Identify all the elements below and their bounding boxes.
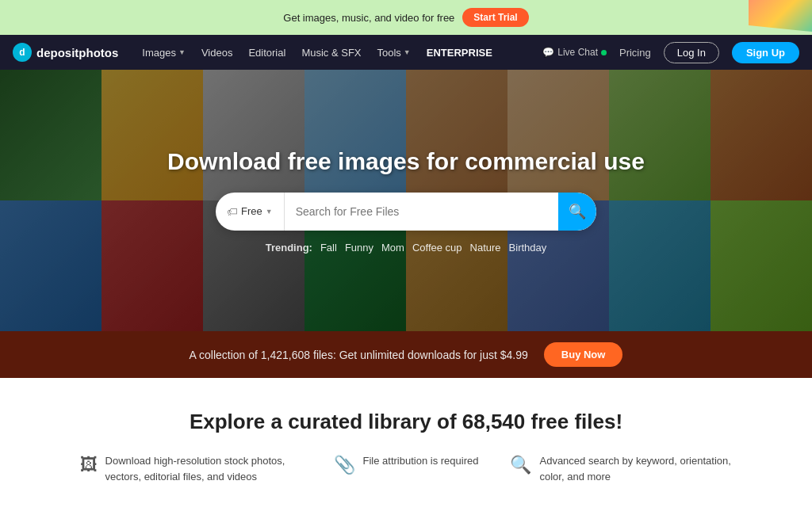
feature-text-1: Download high-resolution stock photos, v… — [105, 453, 302, 484]
buy-now-button[interactable]: Buy Now — [544, 342, 623, 367]
trending-bar: Trending: Fall Funny Mom Coffee cup Natu… — [266, 242, 547, 254]
nav-tools-label: Tools — [377, 47, 401, 59]
nav-item-enterprise[interactable]: ENTERPRISE — [427, 47, 492, 59]
nav-editorial-label: Editorial — [248, 47, 285, 59]
nav-item-images[interactable]: Images ▼ — [142, 47, 186, 59]
feature-text-3: Advanced search by keyword, orientation,… — [539, 453, 732, 484]
nav-images-label: Images — [142, 47, 176, 59]
feature-icon-2: 📎 — [334, 455, 355, 475]
search-filter-dropdown[interactable]: 🏷 Free ▼ — [216, 193, 285, 231]
nav-music-label: Music & SFX — [301, 47, 361, 59]
chat-bubble-icon: 💬 — [542, 47, 554, 58]
trending-tag-coffee[interactable]: Coffee cup — [412, 242, 462, 254]
live-indicator — [601, 50, 607, 55]
trending-tag-birthday[interactable]: Birthday — [509, 242, 547, 254]
search-bar: 🏷 Free ▼ 🔍 — [216, 193, 596, 231]
search-button[interactable]: 🔍 — [558, 193, 596, 231]
features-title: Explore a curated library of 68,540 free… — [24, 410, 788, 434]
nav-item-editorial[interactable]: Editorial — [248, 47, 285, 59]
features-list: 🖼 Download high-resolution stock photos,… — [24, 453, 788, 484]
trending-tag-fall[interactable]: Fall — [320, 242, 337, 254]
banner-decoration — [749, 0, 812, 32]
trending-tag-funny[interactable]: Funny — [345, 242, 373, 254]
start-trial-button[interactable]: Start Trial — [462, 8, 528, 27]
feature-item-2: 📎 File attribution is required — [334, 453, 479, 475]
hero-section: Download free images for commercial use … — [0, 70, 812, 331]
nav-enterprise-label: ENTERPRISE — [427, 47, 492, 59]
nav-videos-label: Videos — [201, 47, 233, 59]
tag-icon: 🏷 — [227, 205, 238, 218]
hero-title: Download free images for commercial use — [167, 148, 645, 175]
trending-tag-nature[interactable]: Nature — [470, 242, 501, 254]
nav-images-arrow: ▼ — [178, 48, 186, 56]
logo-icon: d — [13, 43, 32, 62]
feature-item-3: 🔍 Advanced search by keyword, orientatio… — [510, 453, 732, 484]
promo-text: A collection of 1,421,608 files: Get unl… — [190, 349, 528, 361]
logo[interactable]: d depositphotos — [13, 43, 118, 62]
nav-item-music[interactable]: Music & SFX — [301, 47, 361, 59]
features-section: Explore a curated library of 68,540 free… — [0, 378, 812, 515]
filter-arrow-icon: ▼ — [266, 208, 273, 216]
search-icon: 🔍 — [569, 203, 586, 220]
login-button[interactable]: Log In — [664, 42, 719, 63]
banner-text: Get images, music, and video for free — [283, 12, 454, 24]
nav-item-videos[interactable]: Videos — [201, 47, 233, 59]
main-nav: d depositphotos Images ▼ Videos Editoria… — [0, 35, 812, 70]
logo-text: depositphotos — [36, 46, 118, 59]
feature-text-2: File attribution is required — [363, 453, 479, 469]
feature-item-1: 🖼 Download high-resolution stock photos,… — [80, 453, 302, 484]
trending-label: Trending: — [266, 242, 312, 254]
feature-icon-1: 🖼 — [80, 455, 98, 475]
live-chat[interactable]: 💬 Live Chat — [542, 47, 607, 58]
nav-right: 💬 Live Chat Pricing Log In Sign Up — [542, 42, 799, 63]
nav-tools-arrow: ▼ — [404, 48, 411, 56]
top-banner: Get images, music, and video for free St… — [0, 0, 812, 35]
feature-icon-3: 🔍 — [510, 455, 531, 475]
signup-button[interactable]: Sign Up — [732, 42, 799, 63]
pricing-link[interactable]: Pricing — [619, 47, 651, 59]
trending-tag-mom[interactable]: Mom — [381, 242, 404, 254]
nav-item-tools[interactable]: Tools ▼ — [377, 47, 411, 59]
search-input[interactable] — [285, 193, 558, 231]
hero-content: Download free images for commercial use … — [0, 70, 812, 331]
nav-left: d depositphotos Images ▼ Videos Editoria… — [13, 43, 542, 62]
promo-bar: A collection of 1,421,608 files: Get unl… — [0, 331, 812, 378]
search-filter-label: Free — [241, 205, 262, 217]
live-chat-label: Live Chat — [557, 47, 598, 58]
